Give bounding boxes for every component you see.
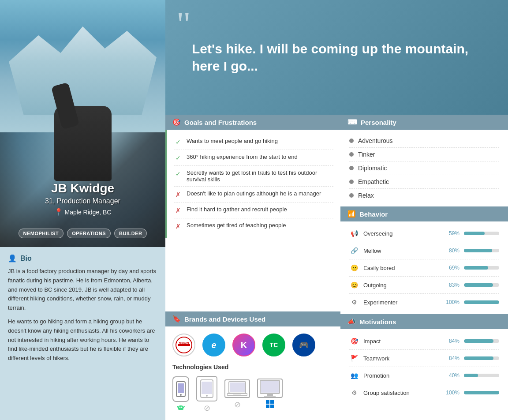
behavior-icon-mellow: 🔗: [349, 246, 359, 255]
behavior-item-1: 🔗 Mellow 80%: [349, 242, 499, 259]
svg-rect-4: [178, 383, 184, 393]
right-panel: " Let's hike. I will be coming up the mo…: [165, 0, 508, 420]
motivation-icon-impact: 🎯: [349, 336, 359, 346]
svg-rect-24: [270, 405, 274, 408]
tag-builder: BUILDER: [114, 229, 147, 238]
profile-location: 📍 Maple Ridge, BC: [0, 208, 165, 216]
dot-1: [349, 152, 354, 157]
motivation-item-2: 👥 Promotion 40%: [349, 367, 499, 384]
quote-section: " Let's hike. I will be coming up the mo…: [165, 0, 508, 115]
behavior-header: 📶 Behavior: [340, 206, 508, 221]
brand-icons: NISSAN e K TC: [172, 334, 333, 356]
motivation-bar-0: [464, 339, 499, 343]
svg-line-7: [183, 406, 184, 408]
check-icon-2: ✓: [174, 154, 182, 162]
svg-line-6: [177, 406, 178, 408]
behavior-bar-fill-0: [464, 232, 485, 235]
name-section: JB Kwidge 31, Production Manager 📍 Maple…: [0, 181, 165, 216]
personality-item-0: Adventurous: [349, 134, 499, 148]
behavior-item-4: ⚙ Experimenter 100%: [349, 294, 499, 311]
cross-icon-3: ✗: [174, 222, 182, 230]
personality-icon: ⌨: [347, 118, 357, 126]
motivation-bar-fill-3: [464, 391, 499, 394]
motivation-item-1: 🚩 Teamwork 84%: [349, 350, 499, 367]
profile-role: 31, Production Manager: [0, 197, 165, 205]
svg-rect-1: [178, 344, 190, 346]
tag-nemophilist: NEMOPHILIST: [19, 229, 64, 238]
goals-section: ✓ Wants to meet people and go hiking ✓ 3…: [165, 130, 340, 311]
behavior-icon-outgoing: 😊: [349, 280, 359, 290]
profile-name: JB Kwidge: [0, 181, 165, 195]
windows-icon: [265, 400, 274, 411]
svg-point-8: [179, 406, 181, 408]
goal-item-3: ✓ Secretly wants to get lost in trails t…: [174, 166, 333, 187]
behavior-icon-bored: 😐: [349, 263, 359, 273]
check-icon-3: ✓: [174, 170, 182, 178]
behavior-bar-4: [464, 300, 499, 304]
behavior-icon: 📶: [347, 210, 356, 218]
personality-section: Adventurous Tinker Diplomatic Empathetic: [340, 130, 508, 206]
brand-nissan: NISSAN: [172, 334, 195, 356]
behavior-bar-3: [464, 283, 499, 287]
tech-title: Technologies Used: [172, 364, 333, 371]
hero-image: JB Kwidge 31, Production Manager 📍 Maple…: [0, 0, 165, 247]
dot-3: [349, 180, 354, 184]
goals-icon: 🎯: [172, 118, 181, 126]
disabled-icon-2: ⊘: [234, 400, 241, 409]
center-column: 🎯 Goals and Frustrations ✓ Wants to meet…: [165, 115, 340, 420]
frustration-item-1: ✗ Doesn't like to plan outings although …: [174, 187, 333, 202]
goals-list: ✓ Wants to meet people and go hiking ✓ 3…: [165, 130, 340, 238]
svg-rect-18: [261, 381, 279, 393]
svg-rect-23: [266, 405, 269, 408]
goals-header: 🎯 Goals and Frustrations: [165, 115, 340, 130]
brand-tc: TC: [262, 334, 285, 356]
motivation-bar-1: [464, 356, 499, 360]
behavior-section: 📢 Overseeing 59% 🔗 Mellow 80%: [340, 221, 508, 314]
motivation-bar-fill-1: [464, 356, 493, 360]
personality-list: Adventurous Tinker Diplomatic Empathetic: [340, 130, 508, 206]
motivations-header: 📣 Motivations: [340, 314, 508, 329]
motivation-item-3: ⚙ Group satisfaction 100%: [349, 384, 499, 401]
motivations-list: 🎯 Impact 84% 🚩 Teamwork 84%: [340, 329, 508, 405]
brand-kotlin: K: [232, 334, 255, 356]
bio-icon: 👤: [8, 254, 17, 262]
personality-item-2: Diplomatic: [349, 161, 499, 175]
motivations-icon: 📣: [347, 318, 356, 326]
phone-device: [172, 376, 189, 402]
behavior-bar-2: [464, 266, 499, 270]
motivation-bar-fill-0: [464, 339, 493, 343]
tablet-device: [196, 376, 217, 401]
android-icon: [176, 404, 185, 413]
laptop-device: [224, 379, 250, 398]
brand-playstation: 🎮: [292, 334, 315, 356]
dot-4: [349, 193, 354, 198]
svg-rect-19: [267, 394, 273, 396]
tech-icon-phone: [172, 376, 189, 413]
cross-icon-1: ✗: [174, 191, 182, 199]
brands-icon: 🔖: [172, 315, 181, 323]
motivation-bar-3: [464, 391, 499, 394]
svg-rect-22: [270, 400, 274, 404]
motivation-icon-teamwork: 🚩: [349, 353, 359, 363]
svg-rect-11: [202, 382, 212, 394]
svg-point-5: [180, 394, 182, 396]
behavior-bar-0: [464, 232, 499, 235]
svg-rect-16: [233, 394, 241, 394]
behavior-item-2: 😐 Easily bored 69%: [349, 259, 499, 277]
right-column: ⌨ Personality Adventurous Tinker Diplom: [340, 115, 508, 420]
disabled-icon-1: ⊘: [204, 403, 210, 413]
behavior-item-3: 😊 Outgoing 83%: [349, 277, 499, 294]
tech-icons: ⊘ ⊘: [172, 376, 333, 413]
quote-text: Let's hike. I will be coming up the moun…: [183, 40, 490, 75]
goal-item-1: ✓ Wants to meet people and go hiking: [174, 134, 333, 150]
behavior-item-0: 📢 Overseeing 59%: [349, 225, 499, 242]
behavior-bar-fill-3: [464, 283, 493, 287]
personality-item-4: Relax: [349, 189, 499, 202]
svg-point-12: [206, 395, 208, 397]
personality-header: ⌨ Personality: [340, 115, 508, 130]
motivation-bar-fill-2: [464, 374, 478, 377]
goal-item-2: ✓ 360° hiking experience from the start …: [174, 150, 333, 166]
check-icon-1: ✓: [174, 138, 182, 146]
motivation-icon-promotion: 👥: [349, 371, 359, 380]
main-content: 🎯 Goals and Frustrations ✓ Wants to meet…: [165, 115, 508, 420]
